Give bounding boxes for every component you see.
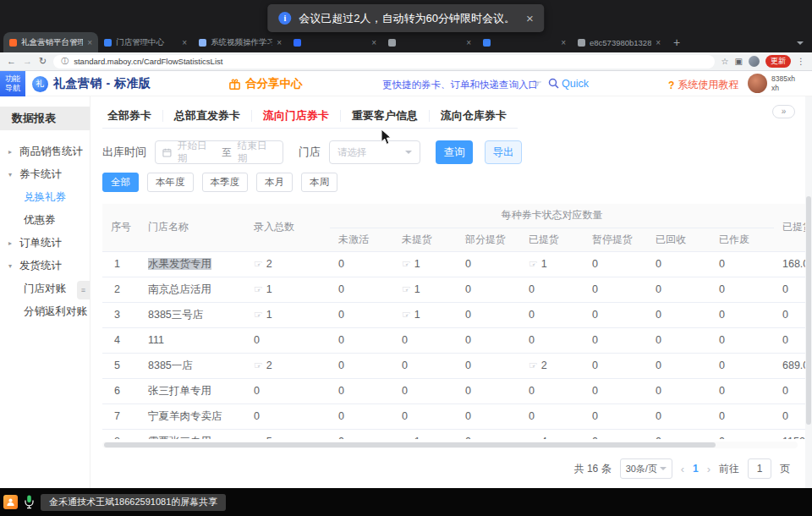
hand-pointer-icon[interactable]: ☞ — [254, 258, 263, 270]
quick-range-button[interactable]: 本月 — [256, 173, 293, 192]
hand-pointer-icon[interactable]: ☞ — [529, 360, 538, 371]
quick-range-button[interactable]: 全部 — [102, 173, 139, 192]
quick-range-button[interactable]: 本年度 — [147, 173, 194, 192]
meeting-toast: i 会议已超过2人，自动转为60分钟限时会议。 × — [267, 4, 544, 32]
site-info-icon[interactable]: ⓘ — [61, 56, 69, 67]
tab-总部直发券卡[interactable]: 总部直发券卡 — [162, 110, 251, 122]
browser-menu-icon[interactable]: ⋮ — [797, 57, 805, 66]
page-size-select[interactable]: 30条/页 — [620, 458, 672, 479]
store-name[interactable]: 南京总店活用 — [148, 283, 211, 295]
goto-page-input[interactable] — [748, 458, 771, 479]
quick-search-link[interactable]: Quick — [562, 78, 589, 90]
back-icon[interactable]: ← — [7, 57, 16, 66]
hand-pointer-icon[interactable]: ☞ — [254, 360, 263, 371]
screen-share-bar: 金禾通技术王斌18662591081的屏幕共享 — [0, 488, 812, 516]
quick-range-button[interactable]: 本季度 — [202, 173, 249, 192]
url-bar[interactable]: ⓘ standard.maboy.cn/CardFlowStatisticsLi… — [53, 55, 714, 69]
hand-pointer-icon[interactable]: ☞ — [254, 309, 263, 321]
export-button[interactable]: 导出 — [485, 140, 522, 164]
hand-pointer-icon[interactable]: ☞ — [529, 436, 538, 439]
extensions-icon[interactable]: ▣ — [735, 57, 743, 66]
cell-value: 0 — [465, 385, 471, 397]
prev-page-icon[interactable]: ‹ — [681, 463, 684, 475]
sidebar-item[interactable]: ▸订单统计 — [0, 232, 90, 255]
cell-value: 0 — [465, 283, 471, 295]
user-menu[interactable]: 8385xh xh — [748, 74, 795, 93]
search-button[interactable]: 查询 — [436, 140, 473, 164]
vertical-scrollbar[interactable] — [805, 96, 812, 488]
cell-store-name: 南京总店活用 — [140, 277, 245, 302]
microphone-icon[interactable] — [25, 495, 34, 509]
store-select[interactable]: 请选择 — [329, 140, 420, 164]
search-icon[interactable] — [548, 78, 559, 89]
close-icon[interactable]: × — [526, 11, 534, 25]
store-name[interactable]: 需要张三专用 — [148, 436, 211, 440]
cell-value: 0 — [656, 385, 661, 397]
tutorial-link[interactable]: ? 系统使用教程 — [668, 78, 738, 92]
feature-nav-button[interactable]: 功能 导航 — [0, 71, 25, 96]
tab-重要客户信息[interactable]: 重要客户信息 — [340, 110, 429, 122]
sidebar-item[interactable]: 兑换礼券 — [0, 186, 90, 209]
panel-collapse-button[interactable]: » — [772, 105, 795, 118]
hand-pointer-icon[interactable]: ☞ — [254, 436, 263, 439]
sidebar-item[interactable]: 分销返利对账 — [0, 300, 90, 323]
hand-pointer-icon[interactable]: ☞ — [402, 309, 411, 321]
tab-close-icon[interactable]: × — [466, 38, 471, 47]
browser-tab[interactable]: e8c573980b1328a2586d2e6l× — [572, 32, 667, 52]
tab-close-icon[interactable]: × — [277, 38, 282, 47]
tab-流向仓库券卡[interactable]: 流向仓库券卡 — [429, 110, 518, 122]
sidebar-collapse-handle[interactable]: ≡ — [77, 281, 90, 299]
browser-tab[interactable]: × — [477, 32, 572, 52]
cell-index: 3 — [102, 302, 140, 327]
hand-pointer-icon[interactable]: ☞ — [529, 258, 538, 270]
sidebar-item[interactable]: ▸商品销售统计 — [0, 140, 90, 163]
tab-全部券卡[interactable]: 全部券卡 — [102, 110, 162, 122]
current-page[interactable]: 1 — [693, 463, 699, 475]
hand-pointer-icon[interactable]: ☞ — [402, 283, 411, 295]
sidebar-item[interactable]: 优惠券 — [0, 209, 90, 232]
browser-tab[interactable]: 系统视频操作学习× — [193, 32, 288, 52]
horizontal-scrollbar[interactable] — [102, 442, 798, 448]
share-center-link[interactable]: 合分享中心 — [228, 71, 303, 96]
hand-pointer-icon[interactable]: ☞ — [402, 436, 411, 439]
forward-icon[interactable]: → — [23, 57, 32, 66]
date-range-input[interactable]: 开始日期 至 结束日期 — [155, 140, 283, 164]
quick-range-button[interactable]: 本周 — [301, 173, 337, 192]
store-name[interactable]: 8385三号店 — [148, 309, 203, 321]
store-name[interactable]: 张三打单专用 — [148, 385, 211, 397]
tab-close-icon[interactable]: × — [561, 38, 566, 47]
store-name[interactable]: 水果发货专用 — [148, 258, 211, 270]
table-cell: 0 — [457, 429, 520, 439]
table-cell: 0 — [584, 403, 647, 429]
browser-tab[interactable]: 门店管理中心× — [98, 32, 193, 52]
store-name[interactable]: 111 — [148, 334, 164, 346]
cell-value: 0 — [592, 410, 598, 422]
tab-close-icon[interactable]: × — [656, 38, 661, 47]
browser-tab[interactable]: × — [288, 32, 382, 52]
tab-close-icon[interactable]: × — [87, 38, 92, 47]
cell-value: 0 — [465, 334, 471, 346]
vertical-scrollbar-thumb[interactable] — [806, 196, 811, 425]
horizontal-scrollbar-thumb[interactable] — [104, 442, 716, 447]
sidebar-item-label: 商品销售统计 — [19, 145, 83, 159]
hand-pointer-icon[interactable]: ☞ — [402, 258, 411, 270]
tab-流向门店券卡[interactable]: 流向门店券卡 — [251, 110, 340, 122]
tab-close-icon[interactable]: × — [182, 38, 187, 47]
profile-avatar[interactable] — [749, 56, 760, 67]
bookmark-star-icon[interactable]: ☆ — [721, 57, 729, 66]
meeting-app-icon[interactable] — [3, 495, 18, 509]
calendar-icon — [162, 148, 172, 157]
sidebar-item[interactable]: ▾券卡统计 — [0, 163, 90, 186]
store-name[interactable]: 宁夏羊肉专卖店 — [148, 410, 222, 422]
browser-tab[interactable]: 礼盒营销平台管理中心× — [3, 32, 98, 52]
browser-tab[interactable]: × — [382, 32, 477, 52]
reload-icon[interactable]: ↻ — [39, 57, 47, 66]
new-tab-button[interactable]: + — [673, 36, 680, 49]
next-page-icon[interactable]: › — [707, 463, 710, 475]
hand-pointer-icon[interactable]: ☞ — [254, 283, 263, 295]
tab-search-icon[interactable] — [797, 41, 804, 45]
sidebar-item[interactable]: ▾发货统计 — [0, 255, 90, 277]
tab-close-icon[interactable]: × — [371, 38, 376, 47]
store-name[interactable]: 8385一店 — [148, 360, 193, 371]
browser-update-button[interactable]: 更新 — [765, 55, 791, 68]
